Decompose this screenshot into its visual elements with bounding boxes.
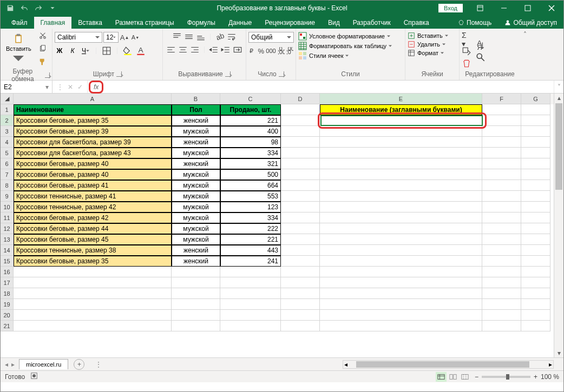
- row-header[interactable]: 6: [1, 158, 14, 169]
- autosum-icon[interactable]: Σ ▾: [462, 35, 471, 44]
- decrease-font-icon[interactable]: A▼: [130, 32, 140, 42]
- cell[interactable]: [482, 277, 521, 288]
- cell[interactable]: женский: [172, 256, 220, 267]
- row-header[interactable]: 19: [1, 299, 14, 310]
- cell[interactable]: [482, 115, 521, 126]
- cell[interactable]: [14, 288, 172, 299]
- cell[interactable]: [172, 321, 220, 331]
- row-header[interactable]: 15: [1, 256, 14, 267]
- cell[interactable]: [521, 180, 550, 191]
- cell[interactable]: [320, 158, 482, 169]
- row-header[interactable]: 7: [1, 169, 14, 180]
- cell[interactable]: [521, 310, 550, 321]
- row-header[interactable]: 3: [1, 126, 14, 137]
- cell[interactable]: 553: [220, 191, 281, 202]
- undo-icon[interactable]: [18, 2, 31, 15]
- cell[interactable]: 443: [220, 245, 281, 256]
- cell[interactable]: [281, 256, 320, 267]
- sheet-nav-next-icon[interactable]: ▸: [11, 361, 15, 368]
- cell[interactable]: [521, 126, 550, 137]
- cell[interactable]: Кроссовки теннисные, размер 42: [14, 202, 172, 212]
- align-right-icon[interactable]: [190, 45, 200, 55]
- cell[interactable]: [521, 321, 550, 331]
- cell[interactable]: [320, 321, 482, 331]
- cell[interactable]: [281, 234, 320, 245]
- add-sheet-button[interactable]: +: [74, 359, 84, 370]
- zoom-out-icon[interactable]: −: [475, 373, 478, 381]
- tab-formulas[interactable]: Формулы: [181, 17, 222, 29]
- cell[interactable]: [482, 223, 521, 234]
- row-header[interactable]: 18: [1, 288, 14, 299]
- cell[interactable]: Кроссовки для баскетбола, размер 39: [14, 137, 172, 148]
- cell[interactable]: мужской: [172, 148, 220, 158]
- cell[interactable]: [521, 202, 550, 212]
- cell[interactable]: [482, 256, 521, 267]
- cell[interactable]: [281, 299, 320, 310]
- cell[interactable]: [220, 277, 281, 288]
- cell[interactable]: [281, 126, 320, 137]
- conditional-formatting-button[interactable]: Условное форматирование: [298, 32, 390, 41]
- percent-icon[interactable]: %: [257, 46, 265, 56]
- cell[interactable]: [482, 267, 521, 277]
- cell[interactable]: мужской: [172, 180, 220, 191]
- cell[interactable]: Наименование (заглавными буквами): [320, 104, 482, 115]
- cell[interactable]: 98: [220, 137, 281, 148]
- cell[interactable]: 221: [220, 115, 281, 126]
- cell[interactable]: Кроссовки беговые, размер 42: [14, 212, 172, 223]
- alignment-launcher[interactable]: [225, 71, 231, 77]
- cell[interactable]: [320, 191, 482, 202]
- number-launcher[interactable]: [279, 71, 284, 77]
- vertical-scrollbar[interactable]: ▴ ▾: [554, 94, 563, 357]
- cell[interactable]: [281, 202, 320, 212]
- cell[interactable]: 334: [220, 212, 281, 223]
- cell[interactable]: Кроссовки теннисные, размер 41: [14, 191, 172, 202]
- align-center-icon[interactable]: [178, 45, 188, 55]
- copy-icon[interactable]: [37, 43, 49, 55]
- zoom-in-icon[interactable]: +: [534, 373, 537, 381]
- row-header[interactable]: 11: [1, 212, 14, 223]
- format-as-table-button[interactable]: Форматировать как таблицу: [298, 42, 392, 50]
- cell[interactable]: [281, 310, 320, 321]
- cell[interactable]: [320, 256, 482, 267]
- qat-customize-icon[interactable]: [46, 2, 59, 15]
- cell[interactable]: [320, 310, 482, 321]
- cell[interactable]: женский: [172, 115, 220, 126]
- cell[interactable]: Кроссовки теннисные, размер 38: [14, 245, 172, 256]
- comma-icon[interactable]: 000: [266, 46, 276, 56]
- cell[interactable]: [320, 115, 482, 126]
- col-header-A[interactable]: A: [14, 94, 172, 104]
- cell[interactable]: [521, 299, 550, 310]
- borders-icon[interactable]: [102, 46, 112, 56]
- cell[interactable]: Кроссовки беговые, размер 41: [14, 180, 172, 191]
- cell[interactable]: [521, 256, 550, 267]
- cell[interactable]: Продано, шт.: [220, 104, 281, 115]
- sheet-tab[interactable]: microexcel.ru: [19, 359, 68, 369]
- cell[interactable]: [521, 191, 550, 202]
- bold-button[interactable]: Ж: [55, 46, 64, 56]
- cell[interactable]: [281, 267, 320, 277]
- cell[interactable]: Кроссовки беговые, размер 40: [14, 169, 172, 180]
- cell[interactable]: [320, 169, 482, 180]
- col-header-B[interactable]: B: [172, 94, 220, 104]
- insert-cells-button[interactable]: Вставить: [408, 32, 448, 39]
- cell[interactable]: [320, 180, 482, 191]
- cell[interactable]: [482, 137, 521, 148]
- cell[interactable]: 241: [220, 256, 281, 267]
- font-name-combo[interactable]: Calibri: [55, 32, 102, 43]
- cell[interactable]: [482, 104, 521, 115]
- paste-button[interactable]: Вставить: [3, 32, 35, 65]
- cell[interactable]: [281, 321, 320, 331]
- cell[interactable]: [320, 267, 482, 277]
- cell[interactable]: [281, 288, 320, 299]
- cell[interactable]: [482, 288, 521, 299]
- cell[interactable]: Кроссовки беговые, размер 39: [14, 126, 172, 137]
- ribbon-display-icon[interactable]: [468, 1, 492, 16]
- row-header[interactable]: 12: [1, 223, 14, 234]
- macro-record-icon[interactable]: [30, 372, 38, 381]
- cell[interactable]: [482, 126, 521, 137]
- decrease-indent-icon[interactable]: [209, 45, 219, 55]
- cell[interactable]: [281, 115, 320, 126]
- cell[interactable]: [320, 245, 482, 256]
- cell[interactable]: женский: [172, 158, 220, 169]
- page-layout-view-icon[interactable]: [448, 372, 458, 382]
